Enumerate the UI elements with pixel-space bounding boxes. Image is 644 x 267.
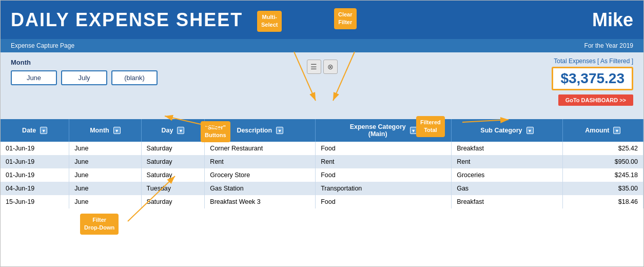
clearfilter-icon[interactable]: ⊗: [323, 60, 338, 74]
amount-filter-btn[interactable]: ▼: [613, 127, 620, 134]
cell-subcategory: Breakfast: [452, 195, 563, 208]
total-label: Total Expenses [ As Filtered ]: [552, 58, 633, 65]
date-filter-btn[interactable]: ▼: [40, 127, 47, 134]
col-date: Date ▼: [1, 119, 69, 142]
col-subcategory: Sub Category ▼: [452, 119, 563, 142]
subheader-left: Expense Capture Page: [11, 42, 74, 49]
cell-subcategory: Gas: [452, 182, 563, 195]
cell-amount: $18.46: [562, 195, 643, 208]
sub-header: Expense Capture Page For the Year 2019: [1, 39, 643, 52]
cell-date: 01-Jun-19: [1, 142, 69, 155]
description-filter-btn[interactable]: ▼: [276, 127, 283, 134]
total-area: Total Expenses [ As Filtered ] $3,375.23…: [552, 58, 633, 106]
subcategory-filter-btn[interactable]: ▼: [526, 127, 534, 134]
cell-day: Saturday: [141, 195, 205, 208]
page-title: DAILY EXPENSE SHEET: [11, 9, 243, 31]
cell-amount: $25.42: [562, 142, 643, 155]
cell-description: Gas Station: [205, 182, 316, 195]
cell-subcategory: Breakfast: [452, 142, 563, 155]
multiselect-icon[interactable]: ☰: [307, 60, 321, 74]
cell-description: Grocery Store: [205, 168, 316, 182]
cell-month: June: [69, 168, 141, 182]
subheader-right: For the Year 2019: [584, 42, 633, 49]
cell-date: 01-Jun-19: [1, 168, 69, 182]
col-month: Month ▼: [69, 119, 141, 142]
slicer-btn-june[interactable]: June: [11, 70, 57, 85]
cell-day: Saturday: [141, 168, 205, 182]
user-name: Mike: [592, 9, 633, 31]
cell-category: Rent: [316, 155, 452, 168]
cell-subcategory: Rent: [452, 155, 563, 168]
cell-description: Corner Restaurant: [205, 142, 316, 155]
cell-amount: $950.00: [562, 155, 643, 168]
table-header-row: Date ▼ Month ▼ Day ▼: [1, 119, 643, 142]
cell-month: June: [69, 155, 141, 168]
cell-date: 01-Jun-19: [1, 155, 69, 168]
total-value: $3,375.23: [552, 67, 633, 90]
page-header: DAILY EXPENSE SHEET Mike: [1, 1, 643, 39]
cell-category: Food: [316, 168, 452, 182]
cell-subcategory: Groceries: [452, 168, 563, 182]
slicer-area: Month June July (blank) ☰ ⊗ Total Expens…: [1, 52, 643, 119]
table-row: 15-Jun-19 June Saturday Breakfast Week 3…: [1, 195, 643, 208]
table-row: 04-Jun-19 June Tuesday Gas Station Trans…: [1, 182, 643, 195]
slicer-btn-july[interactable]: July: [61, 70, 107, 85]
cell-amount: $245.18: [562, 168, 643, 182]
col-description: Description ▼: [205, 119, 316, 142]
cell-amount: $35.00: [562, 182, 643, 195]
cell-date: 04-Jun-19: [1, 182, 69, 195]
cell-description: Rent: [205, 155, 316, 168]
cell-month: June: [69, 182, 141, 195]
month-filter-btn[interactable]: ▼: [113, 127, 121, 134]
cell-month: June: [69, 142, 141, 155]
goto-dashboard-button[interactable]: GoTo DASHBOARD >>: [558, 94, 633, 106]
table-row: 01-Jun-19 June Saturday Grocery Store Fo…: [1, 168, 643, 182]
category-filter-btn[interactable]: ▼: [410, 127, 417, 134]
cell-day: Tuesday: [141, 182, 205, 195]
table-row: 01-Jun-19 June Saturday Corner Restauran…: [1, 142, 643, 155]
callout-filter-dropdown: FilterDrop-Down: [80, 214, 119, 235]
cell-category: Transportation: [316, 182, 452, 195]
col-amount: Amount ▼: [562, 119, 643, 142]
cell-month: June: [69, 195, 141, 208]
table-row: 01-Jun-19 June Saturday Rent Rent Rent $…: [1, 155, 643, 168]
expense-table: Date ▼ Month ▼ Day ▼: [1, 119, 643, 208]
cell-category: Food: [316, 195, 452, 208]
col-day: Day ▼: [141, 119, 205, 142]
slicer-toolbar: ☰ ⊗: [307, 60, 338, 74]
cell-date: 15-Jun-19: [1, 195, 69, 208]
slicer-btn-blank[interactable]: (blank): [111, 70, 158, 85]
cell-day: Saturday: [141, 142, 205, 155]
table-container: Date ▼ Month ▼ Day ▼: [1, 119, 643, 208]
col-category: Expense Category(Main) ▼: [316, 119, 452, 142]
cell-day: Saturday: [141, 155, 205, 168]
day-filter-btn[interactable]: ▼: [177, 127, 184, 134]
cell-description: Breakfast Week 3: [205, 195, 316, 208]
cell-category: Food: [316, 142, 452, 155]
